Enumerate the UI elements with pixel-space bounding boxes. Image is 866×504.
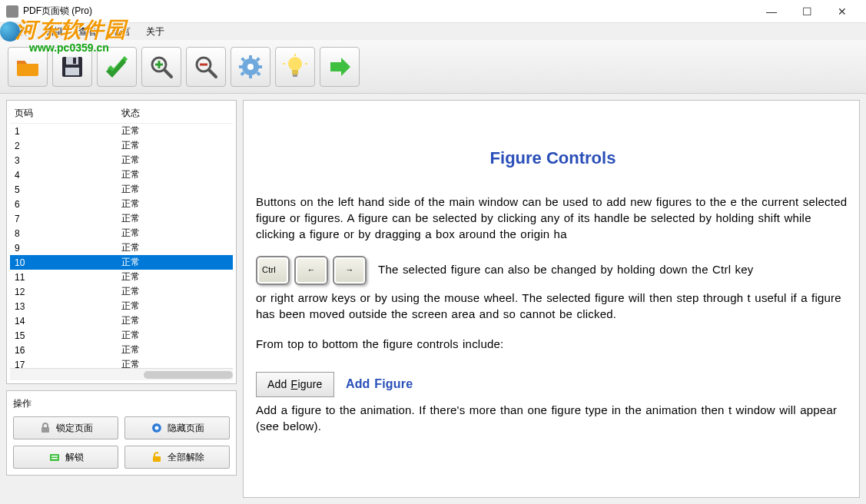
table-row[interactable]: 11正常 [10,270,233,284]
open-folder-icon [14,53,41,81]
table-row[interactable]: 5正常 [10,182,233,197]
cell-page: 7 [10,211,117,226]
close-button[interactable]: ✕ [825,0,860,23]
svg-rect-22 [292,70,298,75]
open-button[interactable] [8,47,48,87]
lock-page-button[interactable]: 锁定页面 [13,416,118,439]
svg-rect-32 [51,458,58,459]
svg-rect-3 [65,68,79,75]
cell-status: 正常 [117,211,233,226]
cell-status: 正常 [117,284,233,299]
key-right-icon: → [333,256,367,285]
table-row[interactable]: 16正常 [10,343,233,357]
table-row[interactable]: 9正常 [10,240,233,255]
add-figure-button[interactable]: Add Figure [256,372,334,398]
pages-table[interactable]: 页码 状态 1正常2正常3正常4正常5正常6正常7正常8正常9正常10正常11正… [10,104,233,368]
tips-button[interactable] [275,47,315,87]
document-viewer[interactable]: Figure Controls Buttons on the left hand… [243,100,860,498]
table-row[interactable]: 3正常 [10,153,233,167]
window-controls: — ☐ ✕ [754,0,860,23]
maximize-button[interactable]: ☐ [789,0,825,23]
cell-status: 正常 [117,226,233,240]
operations-title: 操作 [13,397,230,410]
cell-page: 12 [10,284,117,299]
titlebar: PDF页面锁 (Pro) — ☐ ✕ [0,0,866,23]
table-row[interactable]: 14正常 [10,313,233,328]
table-row[interactable]: 6正常 [10,197,233,211]
table-row[interactable]: 17正常 [10,357,233,368]
check-icon [103,53,131,81]
table-row[interactable]: 8正常 [10,226,233,240]
menu-edit[interactable]: 编辑 [37,24,71,40]
table-row[interactable]: 2正常 [10,138,233,153]
key-combo: Ctrl ← → [256,256,367,285]
menu-file[interactable]: 文件 [3,24,37,40]
table-row[interactable]: 1正常 [10,124,233,138]
cell-status: 正常 [117,167,233,182]
unlock-button[interactable]: 解锁 [13,446,118,469]
run-button[interactable] [320,47,360,87]
cell-page: 3 [10,153,117,167]
table-row[interactable]: 12正常 [10,284,233,299]
cell-page: 15 [10,328,117,343]
cell-page: 16 [10,343,117,357]
cell-page: 6 [10,197,117,211]
hide-page-label: 隐藏页面 [168,422,204,435]
lock-icon [39,422,51,434]
svg-point-29 [154,426,158,430]
zoom-out-button[interactable] [186,47,226,87]
svg-rect-1 [66,57,78,65]
minimize-button[interactable]: — [754,0,789,23]
svg-line-5 [164,70,171,77]
save-icon [58,53,86,81]
doc-paragraph-3: From top to bottom the figure controls i… [256,336,850,352]
svg-rect-33 [153,456,161,462]
settings-button[interactable] [231,47,270,87]
gear-icon [237,53,264,81]
menu-about[interactable]: 关于 [138,24,172,40]
horizontal-scrollbar[interactable] [10,368,233,380]
cell-status: 正常 [117,343,233,357]
menubar: 文件 编辑 查看 语言 关于 [0,23,866,40]
doc-add-figure-row: Add Figure Add Figure [256,372,850,398]
menu-language[interactable]: 语言 [105,24,138,40]
col-status[interactable]: 状态 [117,104,233,124]
key-left-icon: ← [294,256,328,285]
table-row[interactable]: 7正常 [10,211,233,226]
zoom-in-button[interactable] [141,47,181,87]
doc-paragraph-1: Buttons on the left hand side of the mai… [256,194,850,242]
apply-button[interactable] [97,47,137,87]
svg-point-12 [247,64,254,70]
table-row[interactable]: 15正常 [10,328,233,343]
svg-rect-14 [249,74,252,78]
table-row[interactable]: 10正常 [10,255,233,270]
menu-view[interactable]: 查看 [71,24,105,40]
svg-rect-27 [41,427,49,433]
cell-page: 5 [10,182,117,197]
eye-hide-icon [151,422,163,434]
hide-page-button[interactable]: 隐藏页面 [124,416,230,439]
cell-status: 正常 [117,328,233,343]
lightbulb-icon [281,53,309,81]
table-row[interactable]: 13正常 [10,299,233,313]
doc-p2a: The selected figure can also be changed … [378,263,753,276]
table-row[interactable]: 4正常 [10,167,233,182]
cell-status: 正常 [117,138,233,153]
doc-heading: Figure Controls [256,147,850,171]
left-panel: 页码 状态 1正常2正常3正常4正常5正常6正常7正常8正常9正常10正常11正… [6,100,237,498]
cell-page: 17 [10,357,117,368]
svg-rect-2 [73,58,76,64]
svg-point-21 [288,57,302,71]
cell-page: 4 [10,167,117,182]
clear-all-button[interactable]: 全部解除 [124,446,230,469]
app-icon [6,5,18,18]
cell-page: 9 [10,240,117,255]
toolbar [0,40,866,94]
svg-rect-30 [50,454,59,461]
cell-status: 正常 [117,153,233,167]
clear-all-label: 全部解除 [168,451,204,464]
cell-status: 正常 [117,197,233,211]
lock-page-label: 锁定页面 [56,422,93,435]
col-page[interactable]: 页码 [10,104,117,124]
save-button[interactable] [52,47,92,87]
